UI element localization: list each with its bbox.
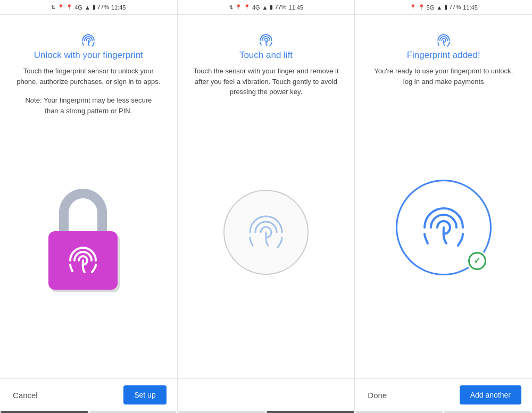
add-another-button[interactable]: Add another (460, 385, 521, 404)
touch-fingerprint-icon (239, 206, 293, 259)
main-content: Unlock with your fingerprint Touch the f… (0, 15, 532, 379)
added-fingerprint-icon (412, 196, 476, 259)
nav-segment-3 (178, 411, 265, 413)
fingerprint-icon-top-1 (79, 31, 98, 50)
panel-1-title: Unlock with your fingerprint (34, 50, 143, 61)
bottom-bar-2 (178, 379, 355, 411)
nav-segment-4 (267, 411, 354, 413)
signal-icon-1: ⇅ (51, 4, 55, 10)
lock-illustration (43, 189, 134, 295)
battery-1: ▮ 77% (93, 4, 109, 11)
panel-fingerprint-added: Fingerprint added! You're ready to use y… (355, 15, 532, 378)
panel-1-illustration (11, 116, 167, 368)
touch-circle (223, 190, 309, 275)
done-button[interactable]: Done (365, 386, 389, 404)
setup-button[interactable]: Set up (123, 385, 166, 404)
panel-3-title: Fingerprint added! (407, 50, 480, 61)
signal-strength-3: ▲ (436, 4, 442, 11)
location2-icon-3: 📍 (418, 4, 425, 10)
status-bar-3: 📍 📍 5G ▲ ▮ 77% 11:45 (355, 0, 532, 14)
location2-icon-1: 📍 (66, 4, 72, 10)
panel-1-desc: Touch the fingerprint sensor to unlock y… (14, 66, 163, 87)
network-type-3: 5G (427, 4, 435, 11)
panel-touch-lift: Touch and lift Touch the sensor with you… (178, 15, 355, 378)
location2-icon-2: 📍 (244, 4, 250, 10)
fingerprint-icon-top-2 (256, 31, 276, 50)
time-1: 11:45 (111, 4, 126, 11)
nav-segment-6 (444, 411, 531, 413)
fingerprint-icon-top-3 (434, 31, 453, 50)
bottom-bar-3: Done Add another (355, 379, 532, 411)
time-3: 11:45 (463, 4, 478, 11)
panel-1-note: Note: Your fingerprint may be less secur… (19, 95, 157, 116)
battery-2: ▮ 77% (270, 4, 286, 11)
lock-body (48, 231, 118, 290)
nav-bar (0, 411, 532, 413)
nav-segment-2 (89, 411, 177, 413)
added-circle (396, 180, 492, 275)
checkmark-icon (468, 252, 486, 270)
checkmark-container (467, 250, 488, 272)
time-2: 11:45 (289, 4, 304, 11)
network-type-2: 4G (252, 4, 260, 11)
status-bars: ⇅ 📍 📍 4G ▲ ▮ 77% 11:45 ⇅ 📍 📍 4G ▲ ▮ 77% … (0, 0, 532, 15)
signal-strength-2: ▲ (262, 4, 268, 11)
battery-3: ▮ 77% (444, 4, 461, 11)
nav-segment-5 (355, 411, 443, 413)
panel-unlock-fingerprint: Unlock with your fingerprint Touch the f… (0, 15, 178, 378)
network-type-1: 4G (74, 4, 82, 11)
panel-3-desc: You're ready to use your fingerprint to … (369, 66, 518, 87)
cancel-button[interactable]: Cancel (11, 386, 40, 404)
panel-3-illustration (365, 87, 521, 368)
bottom-bars: Cancel Set up Done Add another (0, 379, 532, 411)
location-icon-3: 📍 (410, 4, 416, 10)
status-bar-2: ⇅ 📍 📍 4G ▲ ▮ 77% 11:45 (178, 0, 355, 14)
location-icon-1: 📍 (57, 4, 64, 10)
lock-fingerprint-icon (62, 239, 104, 282)
panel-2-title: Touch and lift (239, 50, 293, 61)
location-icon-2: 📍 (235, 4, 242, 10)
bottom-bar-1: Cancel Set up (0, 379, 178, 411)
signal-icon-2: ⇅ (229, 4, 233, 10)
signal-strength-1: ▲ (85, 4, 90, 11)
panel-2-desc: Touch the sensor with your finger and re… (192, 66, 340, 97)
nav-segment-1 (1, 411, 88, 413)
lock-shackle (59, 189, 107, 237)
panel-2-illustration (188, 97, 344, 368)
status-bar-1: ⇅ 📍 📍 4G ▲ ▮ 77% 11:45 (0, 0, 178, 14)
